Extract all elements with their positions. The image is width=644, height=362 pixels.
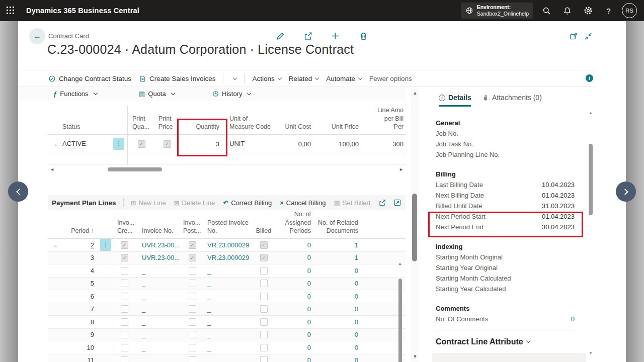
billed-cell[interactable] — [252, 303, 276, 316]
notifications-icon[interactable] — [557, 0, 578, 21]
payment-plan-row[interactable]: 7__00 — [48, 303, 406, 316]
invoice-no-cell[interactable]: _ — [136, 264, 182, 277]
contract-line-attribute-heading[interactable]: Contract Line Attribute — [436, 337, 530, 346]
invoice-no-cell[interactable]: _ — [136, 278, 182, 290]
checkbox[interactable] — [260, 267, 268, 275]
horizontal-scrollbar[interactable]: ◄ ► — [50, 166, 404, 173]
new-icon[interactable] — [331, 31, 341, 41]
checkbox[interactable] — [260, 318, 268, 326]
unit-price-cell[interactable]: 100,00 — [313, 135, 361, 153]
checkbox[interactable] — [189, 318, 196, 326]
row-menu-cell[interactable] — [98, 264, 113, 277]
collapse-view-icon[interactable] — [584, 32, 594, 42]
row-menu-cell[interactable] — [98, 329, 113, 341]
assigned-periods-cell[interactable]: 0 — [276, 341, 315, 354]
invoice-posted-cell[interactable] — [182, 341, 202, 354]
new-line-button[interactable]: ⊞New Line — [131, 199, 166, 207]
status-column-header[interactable]: Status — [61, 106, 113, 134]
invoice-created-cell[interactable] — [113, 264, 136, 277]
assigned-periods-value[interactable]: 0 — [307, 305, 311, 313]
uom-column-header[interactable]: Unit of Measure Code — [224, 106, 282, 134]
period-cell[interactable]: 4 — [61, 264, 98, 277]
period-value[interactable]: 10 — [87, 344, 94, 351]
payment-plan-row[interactable]: 5__00 — [48, 278, 406, 291]
create-sales-invoices-button[interactable]: Create Sales Invoices — [139, 75, 215, 82]
row-menu-cell[interactable] — [98, 341, 113, 354]
settings-icon[interactable] — [578, 0, 598, 21]
row-menu-cell[interactable] — [98, 316, 113, 328]
posted-invoice-no-cell[interactable]: _ — [202, 264, 252, 277]
checkbox[interactable] — [121, 356, 128, 362]
payment-plan-row[interactable]: 11__00 — [48, 354, 406, 362]
uom-value[interactable]: UNIT — [229, 140, 245, 148]
assigned-periods-value[interactable]: 0 — [307, 331, 311, 338]
automate-menu[interactable]: Automate — [326, 75, 362, 82]
contract-line-row[interactable]: → ACTIVE ⋮ 3 UNIT 0,00 100,00 300 — [48, 135, 406, 153]
related-documents-cell[interactable]: 0 — [315, 278, 361, 290]
open-in-window-icon[interactable] — [569, 32, 579, 42]
invoice-no-cell[interactable]: UVR.23-00... — [136, 239, 182, 251]
period-cell[interactable]: 2 — [61, 239, 98, 251]
period-cell[interactable]: 6 — [61, 290, 98, 303]
period-value[interactable]: 9 — [91, 331, 94, 338]
period-cell[interactable]: 7 — [61, 303, 98, 316]
posted-invoice-no-link[interactable]: VR.23.000029 — [207, 241, 249, 249]
period-cell[interactable]: 11 — [61, 354, 98, 362]
invoice-created-cell[interactable] — [113, 278, 136, 290]
tab-details[interactable]: i Details — [439, 94, 471, 102]
checkbox[interactable] — [121, 331, 128, 338]
app-title[interactable]: Dynamics 365 Business Central — [26, 7, 139, 15]
print-quantity-cell[interactable] — [127, 135, 155, 153]
row-menu-cell[interactable]: ⋮ — [113, 135, 127, 153]
period-value[interactable]: 7 — [91, 305, 94, 313]
checkbox[interactable] — [189, 305, 196, 313]
assigned-periods-value[interactable]: 0 — [307, 293, 311, 300]
billed-cell[interactable] — [252, 341, 276, 354]
invoice-posted-cell[interactable] — [182, 252, 202, 264]
checkbox[interactable] — [260, 344, 268, 351]
invoice-no-cell[interactable]: _ — [136, 303, 182, 316]
checkbox[interactable] — [189, 331, 196, 338]
related-documents-column-header[interactable]: No. of Related Documents — [315, 211, 361, 238]
invoice-posted-cell[interactable] — [182, 316, 202, 328]
posted-invoice-no-link[interactable]: _ — [207, 305, 211, 313]
related-documents-value[interactable]: 0 — [355, 280, 358, 287]
related-documents-value[interactable]: 0 — [355, 344, 358, 351]
invoice-no-cell[interactable]: _ — [136, 354, 182, 362]
print-price-cell[interactable] — [155, 135, 179, 153]
tab-attachments[interactable]: Attachments (0) — [482, 94, 542, 102]
related-documents-cell[interactable]: 0 — [315, 329, 361, 341]
checkbox[interactable] — [260, 356, 268, 362]
posted-invoice-no-cell[interactable]: _ — [202, 341, 252, 354]
assigned-periods-cell[interactable]: 0 — [276, 252, 315, 264]
invoice-posted-cell[interactable] — [182, 264, 202, 277]
invoice-posted-column-header[interactable]: Invo... Post... — [182, 211, 202, 238]
posted-invoice-no-cell[interactable]: _ — [202, 290, 252, 303]
posted-invoice-no-cell[interactable]: VR.23.000029 — [202, 252, 252, 264]
quantity-cell[interactable]: 3 — [179, 135, 224, 153]
quantity-column-header[interactable]: Quantity — [179, 106, 224, 134]
correct-billing-button[interactable]: ↶Correct Billing — [223, 199, 272, 207]
checkbox[interactable] — [121, 241, 128, 249]
invoice-no-link[interactable]: _ — [142, 305, 145, 313]
factbox-scrollbar-thumb[interactable] — [589, 144, 593, 215]
related-documents-value[interactable]: 0 — [355, 331, 358, 338]
scroll-left-icon[interactable]: ◄ — [50, 167, 54, 172]
period-value[interactable]: 4 — [91, 267, 94, 275]
history-menu[interactable]: History — [212, 90, 251, 98]
checkbox[interactable] — [189, 356, 196, 362]
page-scrollbar-thumb[interactable] — [412, 194, 417, 261]
row-menu-cell[interactable] — [98, 252, 113, 264]
related-documents-cell[interactable]: 1 — [315, 239, 361, 251]
checkbox[interactable] — [121, 305, 128, 313]
info-icon[interactable]: i — [586, 74, 593, 82]
invoice-no-cell[interactable]: UVR.23-00... — [136, 252, 182, 264]
checkbox[interactable] — [121, 293, 128, 300]
invoice-no-link[interactable]: _ — [142, 356, 145, 362]
previous-record-button[interactable] — [8, 182, 28, 202]
row-menu-cell[interactable] — [98, 354, 113, 362]
print-quantity-checkbox[interactable] — [138, 140, 145, 148]
invoice-no-cell[interactable]: _ — [136, 290, 182, 303]
line-amount-column-header[interactable]: Line Amo per Bill Per — [361, 106, 405, 134]
related-documents-value[interactable]: 0 — [355, 293, 358, 300]
